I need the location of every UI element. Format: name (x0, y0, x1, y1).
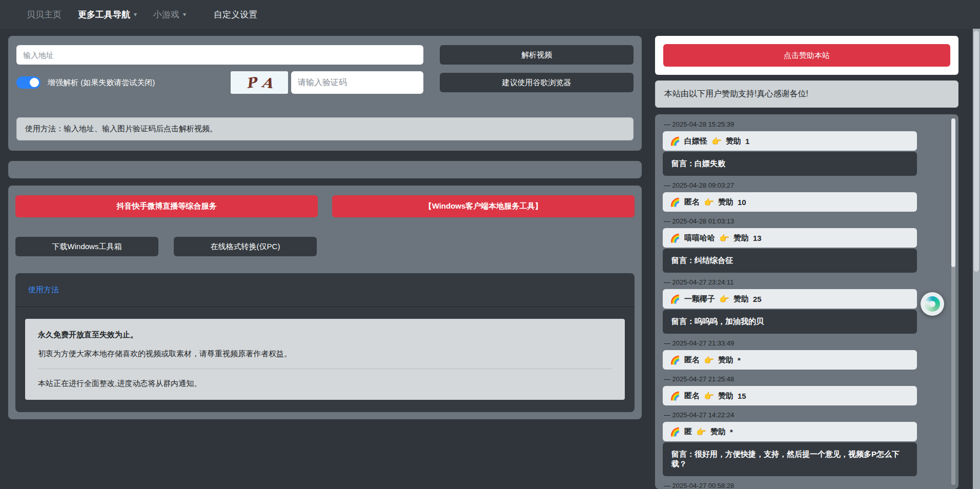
nav-tools-dropdown[interactable]: 更多工具导航▾ (71, 9, 144, 21)
donor-name-row: 🌈 匿 👉 赞助 * (663, 422, 917, 441)
divider (38, 369, 612, 369)
enhance-toggle-label: 增强解析 (如果失败请尝试关闭) (48, 78, 155, 88)
donor-timestamp: — 2025-04-28 01:03:13 (664, 217, 951, 225)
donor-entry: — 2025-04-28 01:03:13 🌈 嘻嘻哈哈 👉 赞助 13 留言：… (663, 217, 951, 273)
donor-name: 匿 (684, 427, 692, 437)
usage-line: 本站正在进行全面整改,进度动态将从群内通知。 (38, 379, 612, 389)
dark-buttons-row: 下载Windows工具箱 在线格式转换(仅PC) (15, 237, 635, 256)
toggle-knob-icon (30, 78, 39, 87)
donor-timestamp: — 2025-04-28 09:03:27 (664, 181, 951, 189)
donor-scrollbar-thumb[interactable] (951, 118, 955, 267)
donor-amount: 1 (745, 137, 749, 146)
nav-home-link[interactable]: 贝贝主页 (19, 9, 69, 21)
nav-settings-link[interactable]: 自定义设置 (207, 9, 264, 21)
pointing-hand-icon: 👉 (711, 136, 722, 146)
sponsor-word: 赞助 (710, 427, 726, 437)
donor-timestamp: — 2025-04-27 21:25:48 (664, 375, 951, 383)
captcha-image[interactable]: P A (231, 71, 288, 94)
donor-timestamp: — 2025-04-27 23:24:11 (664, 278, 951, 286)
donor-amount: * (730, 427, 733, 436)
douyin-service-button[interactable]: 抖音快手微博直播等综合服务 (15, 195, 318, 217)
usage-card-body: 永久免费开放直至失效为止。 初衷为方便大家本地存储喜欢的视频或取素材，请尊重视频… (15, 307, 635, 412)
donor-amount: 13 (753, 234, 762, 242)
donor-name-row: 🌈 嘻嘻哈哈 👉 赞助 13 (663, 228, 917, 248)
sponsor-word: 赞助 (718, 355, 733, 365)
donor-entry: — 2025-04-27 21:33:49 🌈 匿名 👉 赞助 * (663, 339, 951, 370)
usage-line-bold: 永久免费开放直至失效为止。 (38, 330, 612, 340)
chevron-down-icon: ▾ (183, 11, 186, 18)
rainbow-icon: 🌈 (670, 391, 680, 401)
donor-name: 嘻嘻哈哈 (684, 233, 715, 243)
browser-suggestion-button[interactable]: 建议使用谷歌浏览器 (440, 73, 634, 92)
download-toolbox-button[interactable]: 下载Windows工具箱 (15, 237, 158, 256)
donor-entry: — 2025-04-27 14:22:24 🌈 匿 👉 赞助 * 留言：很好用，… (663, 411, 951, 476)
empty-bar (8, 161, 642, 178)
donor-message: 留言：呜呜呜，加油我的贝 (663, 310, 917, 334)
donor-entry: — 2025-04-28 15:25:39 🌈 白嫖怪 👉 赞助 1 留言：白嫖… (663, 120, 951, 176)
rainbow-icon: 🌈 (670, 233, 680, 243)
donor-amount: 10 (738, 198, 746, 207)
nav-settings-label: 自定义设置 (214, 9, 257, 21)
sponsor-word: 赞助 (726, 136, 741, 146)
floating-widget[interactable] (921, 292, 944, 316)
pointing-hand-icon: 👉 (696, 427, 706, 437)
pointing-hand-icon: 👉 (719, 233, 729, 243)
rainbow-icon: 🌈 (670, 136, 680, 146)
donor-message: 留言：很好用，方便快捷，支持，然后提一个意见，视频多P怎么下载？ (663, 442, 917, 476)
sponsor-word: 赞助 (718, 197, 733, 207)
donor-timestamp: — 2025-04-28 15:25:39 (664, 120, 951, 128)
donor-name: 匿名 (684, 197, 700, 207)
chevron-down-icon: ▾ (134, 11, 137, 18)
donor-name: 白嫖怪 (684, 136, 707, 146)
pointing-hand-icon: 👉 (704, 391, 714, 401)
usage-card-title: 使用方法 (15, 273, 635, 307)
donor-name: 匿名 (684, 391, 700, 401)
donor-amount: 15 (738, 392, 746, 400)
donor-entry: — 2025-04-27 21:25:48 🌈 匿名 👉 赞助 15 (663, 375, 951, 405)
enhance-toggle[interactable] (16, 76, 40, 89)
sponsor-notice: 本站由以下用户赞助支持!真心感谢各位! (655, 80, 958, 108)
donor-name-row: 🌈 一颗椰子 👉 赞助 25 (663, 289, 917, 309)
donor-list: — 2025-04-28 15:25:39 🌈 白嫖怪 👉 赞助 1 留言：白嫖… (663, 120, 951, 489)
donor-entry: — 2025-04-27 00:58:28 🌈 woaibeibei 👉 赞助 … (663, 482, 951, 489)
usage-instructions-card: 使用方法 永久免费开放直至失效为止。 初衷为方便大家本地存储喜欢的视频或取素材，… (15, 273, 635, 412)
rainbow-icon: 🌈 (670, 294, 680, 304)
donor-name: 匿名 (684, 355, 700, 365)
donor-message: 留言：白嫖失败 (663, 152, 917, 176)
donor-amount: * (738, 356, 741, 364)
donor-timestamp: — 2025-04-27 14:22:24 (664, 411, 951, 419)
nav-games-dropdown[interactable]: 小游戏▾ (146, 9, 193, 21)
donor-timestamp: — 2025-04-27 21:33:49 (664, 339, 951, 347)
top-navbar: 贝贝主页 更多工具导航▾ 小游戏▾ 自定义设置 (0, 0, 980, 29)
swirl-icon (925, 296, 940, 312)
rainbow-icon: 🌈 (670, 197, 680, 207)
nav-games-label: 小游戏 (153, 9, 179, 21)
captcha-row: 增强解析 (如果失败请尝试关闭) P A 建议使用谷歌浏览器 (16, 71, 634, 94)
parse-video-button[interactable]: 解析视频 (440, 45, 634, 65)
donor-name: 一颗椰子 (684, 294, 715, 304)
donor-message: 留言：纠结综合征 (663, 249, 917, 273)
sponsor-word: 赞助 (718, 391, 733, 401)
nav-tools-label: 更多工具导航 (78, 9, 130, 21)
sponsor-sidebar: 点击赞助本站 本站由以下用户赞助支持!真心感谢各位! — 2025-04-28 … (655, 36, 958, 489)
page-scrollbar[interactable] (973, 29, 980, 489)
format-convert-button[interactable]: 在线格式转换(仅PC) (174, 237, 317, 256)
main-column: 解析视频 增强解析 (如果失败请尝试关闭) P A 建议使用谷歌浏览器 使用方法… (8, 36, 642, 489)
url-input[interactable] (16, 45, 423, 65)
donate-button[interactable]: 点击赞助本站 (663, 44, 950, 67)
donor-amount: 25 (753, 295, 762, 303)
page-scrollbar-thumb[interactable] (974, 31, 979, 272)
pointing-hand-icon: 👉 (704, 355, 714, 365)
donor-name-row: 🌈 匿名 👉 赞助 * (663, 350, 917, 370)
donor-timestamp: — 2025-04-27 00:58:28 (664, 482, 951, 489)
donor-name-row: 🌈 匿名 👉 赞助 15 (663, 386, 917, 405)
usage-line: 初衷为方便大家本地存储喜欢的视频或取素材，请尊重视频原著作者权益。 (38, 349, 612, 359)
donor-name-row: 🌈 匿名 👉 赞助 10 (663, 192, 917, 212)
rainbow-icon: 🌈 (670, 427, 680, 437)
page-content: 解析视频 增强解析 (如果失败请尝试关闭) P A 建议使用谷歌浏览器 使用方法… (0, 29, 980, 489)
windows-client-button[interactable]: 【Windows客户端本地服务工具】 (332, 195, 635, 217)
captcha-input[interactable] (291, 71, 423, 94)
donor-entry: — 2025-04-27 23:24:11 🌈 一颗椰子 👉 赞助 25 留言：… (663, 278, 951, 334)
donate-card: 点击赞助本站 (655, 36, 958, 75)
captcha-char: P (245, 74, 257, 91)
